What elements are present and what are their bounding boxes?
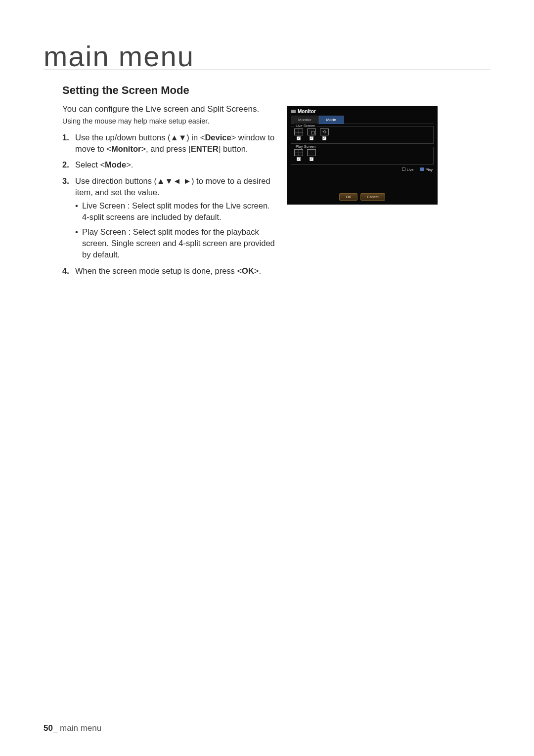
step-3: Use direction buttons (▲▼◄ ►) to move to… [62,175,275,260]
live-screen-legend: Live Screen [294,124,317,128]
tab-filler [344,116,434,124]
tab-monitor[interactable]: Monitor [291,116,319,124]
steps-list: Use the up/down buttons (▲▼) in <Device>… [62,132,275,276]
checkbox-icon[interactable] [297,157,301,161]
checkbox-icon[interactable] [297,136,301,140]
live-mode-pip[interactable] [307,128,316,140]
page-number: 50 [44,723,53,733]
bullet-live-screen: Live Screen : Select split modes for the… [75,200,275,223]
live-screen-group: Live Screen ⟲ [291,126,434,144]
section-heading: Setting the Screen Mode [62,84,490,97]
pip-icon [307,128,316,135]
checkbox-icon[interactable] [310,157,313,161]
play-mode-single[interactable] [307,149,316,161]
legend-play: Play [420,168,433,172]
play-screen-legend: Play Screen [294,144,317,149]
monitor-icon [291,110,296,113]
page-footer: 50_ main menu [44,723,101,733]
screenshot-title: Monitor [291,109,434,114]
swatch-icon [402,168,405,171]
tab-bar: Monitor Mode [291,116,434,124]
ok-button[interactable]: OK [339,193,357,201]
sequence-icon: ⟲ [320,128,329,135]
play-mode-quad[interactable] [294,149,303,161]
monitor-screenshot: Monitor Monitor Mode Live Screen ⟲ [287,106,438,205]
step-1: Use the up/down buttons (▲▼) in <Device>… [62,132,275,155]
legend-live: Live [402,168,414,172]
color-legend: Live Play [291,168,433,172]
step-2: Select <Mode>. [62,159,275,170]
checkbox-icon[interactable] [322,136,326,140]
step-4: When the screen mode setup is done, pres… [62,265,275,277]
hint-text: Using the mouse may help make setup easi… [62,117,275,125]
intro-text: You can configure the Live screen and Sp… [62,104,275,115]
single-screen-icon [307,149,316,156]
bullet-play-screen: Play Screen : Select split modes for the… [75,226,275,260]
play-screen-group: Play Screen [291,147,434,165]
checkbox-icon[interactable] [310,136,313,140]
instruction-column: You can configure the Live screen and Sp… [62,104,275,281]
cancel-button[interactable]: Cancel [360,193,385,201]
live-mode-sequence[interactable]: ⟲ [320,128,329,140]
page-title: main menu [44,40,490,73]
quad-split-icon [294,149,303,156]
swatch-icon [420,168,424,171]
footer-label: main menu [60,723,101,733]
button-row: OK Cancel [287,193,438,201]
tab-mode[interactable]: Mode [319,116,344,124]
quad-split-icon [294,128,303,135]
live-mode-quad[interactable] [294,128,303,140]
